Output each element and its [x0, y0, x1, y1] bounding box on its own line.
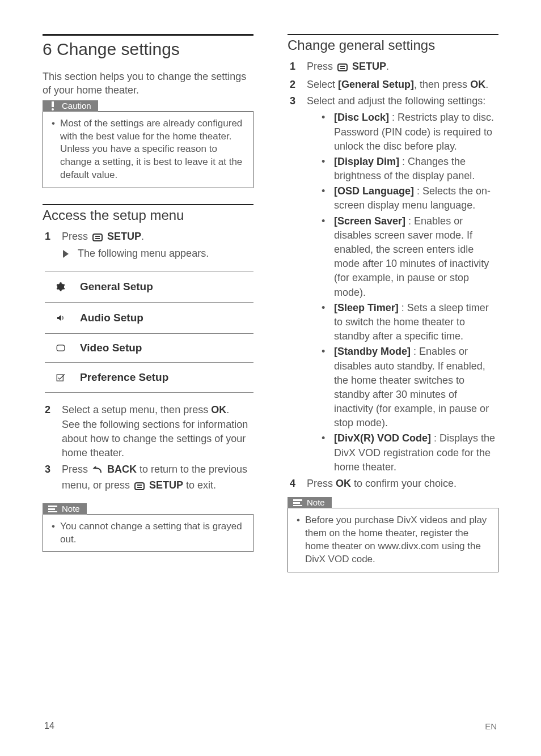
- rule: [288, 34, 498, 35]
- menu-label: Audio Setup: [80, 312, 143, 324]
- svg-rect-2: [93, 234, 102, 241]
- r-step-4: Press OK to confirm your choice.: [307, 477, 498, 491]
- access-heading: Access the setup menu: [43, 207, 253, 224]
- r-step-1: Press SETUP.: [307, 60, 498, 75]
- note-label: Note: [307, 499, 325, 507]
- caution-body: Most of the settings are already configu…: [43, 112, 253, 188]
- right-heading: Change general settings: [288, 37, 498, 54]
- caution-tab: Caution: [43, 100, 98, 112]
- svg-rect-18: [293, 505, 302, 506]
- menu-label: General Setup: [80, 281, 153, 293]
- setting-screen-saver: [Screen Saver] : Enables or disables scr…: [318, 214, 498, 300]
- right-steps: Press SETUP. Select [General Setup], the…: [307, 60, 498, 491]
- svg-rect-11: [48, 508, 55, 510]
- rule: [43, 34, 253, 36]
- setup-icon: [337, 61, 348, 75]
- speaker-icon: [48, 311, 67, 325]
- caution-callout: Caution Most of the settings are already…: [43, 111, 253, 189]
- svg-rect-10: [48, 506, 57, 507]
- step-2: Select a setup menu, then press OK. See …: [62, 403, 253, 460]
- menu-illustration: General Setup Audio Setup Video Setup: [45, 271, 253, 393]
- menu-label: Video Setup: [80, 342, 142, 354]
- note-body: You cannot change a setting that is gray…: [43, 515, 253, 552]
- note-tab: Note: [43, 503, 87, 515]
- intro-paragraph: This section helps you to change the set…: [43, 70, 253, 97]
- note-callout-right: Note Before you purchase DivX videos and…: [288, 508, 498, 572]
- note-body: Before you purchase DivX videos and play…: [288, 508, 498, 572]
- caution-label: Caution: [62, 102, 91, 110]
- steps-list-cont: Select a setup menu, then press OK. See …: [62, 403, 253, 494]
- rule: [43, 204, 253, 205]
- svg-rect-16: [293, 499, 302, 501]
- svg-rect-0: [52, 101, 54, 107]
- r-step-2: Select [General Setup], then press OK.: [307, 78, 498, 92]
- screen-icon: [48, 342, 67, 354]
- page-number: 14: [44, 721, 54, 731]
- setup-icon: [134, 480, 145, 494]
- note-icon: [48, 504, 57, 513]
- menu-label: Preference Setup: [80, 371, 168, 384]
- steps-list: Press SETUP. The following menu appears.: [62, 230, 253, 261]
- setting-disc-lock: [Disc Lock] : Restricts play to disc. Pa…: [318, 111, 498, 154]
- step-1-result: The following menu appears.: [62, 247, 253, 261]
- menu-row-audio: Audio Setup: [45, 303, 253, 333]
- svg-rect-13: [338, 64, 347, 71]
- right-column: Change general settings Press SETUP. Sel…: [282, 34, 498, 588]
- gear-icon: [48, 279, 67, 294]
- page: 6 Change settings This section helps you…: [0, 0, 541, 605]
- footer-code: EN: [485, 721, 497, 731]
- setting-standby-mode: [Standby Mode] : Enables or disables aut…: [318, 345, 498, 430]
- setting-divx-vod: [DivX(R) VOD Code] : Displays the DivX V…: [318, 431, 498, 474]
- step-1: Press SETUP. The following menu appears.: [62, 230, 253, 261]
- svg-rect-6: [57, 375, 63, 381]
- checkbox-icon: [48, 371, 67, 384]
- svg-rect-17: [293, 502, 300, 504]
- menu-row-video: Video Setup: [45, 334, 253, 362]
- step-2-desc: See the following sections for informati…: [62, 418, 253, 461]
- settings-list: [Disc Lock] : Restricts play to disc. Pa…: [318, 111, 498, 474]
- back-icon: [92, 464, 103, 478]
- setting-display-dim: [Display Dim] : Changes the brightness o…: [318, 155, 498, 183]
- note-label: Note: [62, 505, 80, 513]
- caution-icon: [48, 101, 57, 111]
- menu-row-general: General Setup: [45, 271, 253, 302]
- svg-rect-5: [57, 345, 65, 351]
- svg-point-1: [52, 108, 54, 111]
- note-callout: Note You cannot change a setting that is…: [43, 514, 253, 553]
- note-tab: Note: [288, 497, 332, 508]
- setting-osd-language: [OSD Language] : Selects the on-screen d…: [318, 184, 498, 213]
- section-title: 6 Change settings: [43, 39, 253, 60]
- r-step-3: Select and adjust the following settings…: [307, 94, 498, 474]
- left-column: 6 Change settings This section helps you…: [43, 34, 259, 588]
- setting-sleep-timer: [Sleep Timer] : Sets a sleep timer to sw…: [318, 301, 498, 344]
- step-3: Press BACK to return to the previous men…: [62, 462, 253, 494]
- menu-row-preference: Preference Setup: [45, 363, 253, 392]
- setup-icon: [92, 231, 103, 245]
- note-icon: [293, 498, 302, 507]
- svg-rect-7: [135, 483, 144, 490]
- svg-rect-12: [48, 511, 57, 512]
